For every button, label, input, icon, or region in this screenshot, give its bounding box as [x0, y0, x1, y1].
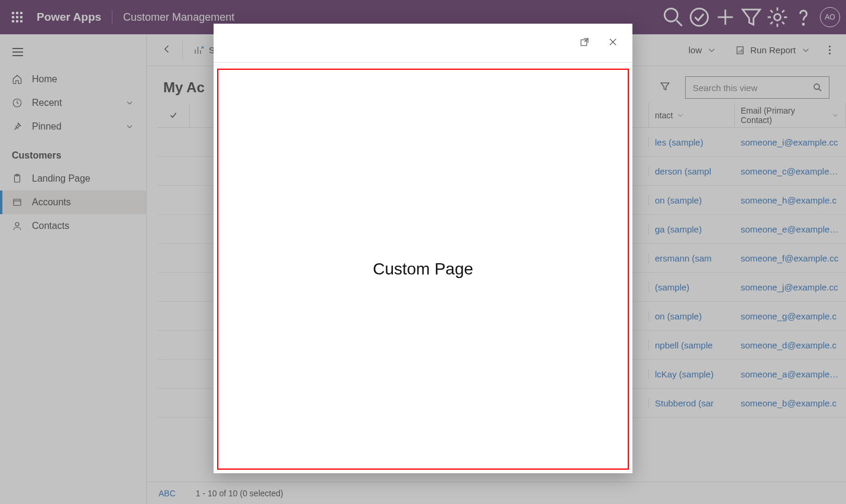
close-button[interactable]	[604, 33, 622, 53]
popout-button[interactable]	[576, 33, 593, 53]
custom-page-dialog: Custom Page	[214, 24, 632, 473]
custom-page-container: Custom Page	[217, 69, 629, 470]
modal-overlay[interactable]: Custom Page	[0, 0, 846, 504]
dialog-header	[214, 24, 632, 63]
custom-page-label: Custom Page	[373, 260, 473, 279]
